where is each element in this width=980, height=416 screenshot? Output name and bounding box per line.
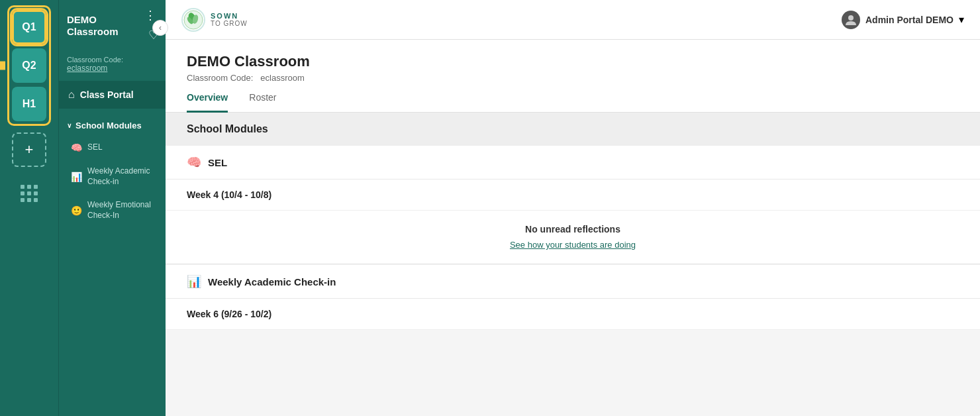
weekly-academic-label: Weekly Academic Check-in: [87, 166, 156, 187]
sel-module-card: 🧠 SEL Week 4 (10/4 - 10/8) No unread ref…: [166, 146, 980, 264]
brain-icon: 🧠: [71, 142, 82, 153]
school-modules-label: School Modules: [75, 121, 142, 130]
logo-text: SOWN TO GROW: [211, 12, 248, 27]
admin-label: Admin Portal DEMO: [865, 15, 954, 25]
section-header: School Modules: [166, 113, 980, 146]
admin-avatar: [842, 11, 860, 29]
q2-button[interactable]: Q2: [12, 48, 46, 83]
weekly-emotional-label: Weekly Emotional Check-In: [87, 200, 156, 221]
sidebar-item-weekly-academic[interactable]: 📊 Weekly Academic Check-in: [59, 160, 166, 193]
sel-week-label: Week 4 (10/4 - 10/8): [187, 189, 271, 200]
school-modules-section: ∨ School Modules 🧠 SEL 📊 Weekly Academic…: [59, 109, 166, 234]
tab-overview[interactable]: Overview: [187, 92, 228, 113]
active-quarter-group: Q1 Q2 H1: [7, 5, 51, 126]
home-icon: ⌂: [68, 89, 75, 101]
chevron-down-icon: ∨: [67, 122, 72, 129]
logo-area: SOWN TO GROW: [181, 8, 248, 32]
classroom-header: DEMO Classroom: [67, 14, 142, 38]
logo-sown: SOWN: [211, 12, 248, 20]
content-body: School Modules 🧠 SEL Week 4 (10/4 - 10/8…: [166, 113, 980, 416]
page-header: DEMO Classroom Classroom Code: eclassroo…: [166, 40, 980, 83]
academic-week-label: Week 6 (9/26 - 10/2): [187, 309, 271, 319]
person-icon: [846, 15, 856, 25]
tab-bar: Overview Roster: [166, 83, 980, 113]
arrow-indicator: [0, 52, 5, 79]
section-title: School Modules: [187, 123, 268, 134]
classroom-name: DEMO Classroom: [67, 14, 142, 38]
dropdown-icon: ▾: [959, 13, 964, 26]
academic-chart-icon: 📊: [187, 274, 201, 289]
sel-brain-icon: 🧠: [187, 155, 201, 170]
svg-marker-0: [0, 55, 5, 76]
academic-checkin-title: Weekly Academic Check-in: [208, 276, 336, 287]
see-how-link[interactable]: See how your students are doing: [510, 240, 636, 250]
add-quarter-button[interactable]: +: [12, 132, 46, 167]
sown-logo-svg: [183, 10, 203, 30]
academic-checkin-module-header: 📊 Weekly Academic Check-in: [166, 265, 980, 299]
main-content: SOWN TO GROW Admin Portal DEMO ▾ DEMO Cl…: [166, 0, 980, 416]
logo-togrow: TO GROW: [211, 20, 248, 27]
academic-week-row: Week 6 (9/26 - 10/2): [166, 299, 980, 330]
sel-module-header: 🧠 SEL: [166, 146, 980, 180]
grid-view-button[interactable]: [12, 176, 46, 211]
sidebar-item-weekly-emotional[interactable]: 🙂 Weekly Emotional Check-In: [59, 193, 166, 227]
no-reflections-text: No unread reflections: [187, 224, 959, 234]
sel-module-title: SEL: [208, 157, 227, 168]
top-header: SOWN TO GROW Admin Portal DEMO ▾: [166, 0, 980, 40]
classroom-code-display: Classroom Code: eclassroom: [187, 73, 959, 83]
classroom-code-display-label: Classroom Code:: [187, 73, 253, 83]
icon-sidebar: Q1 Q2 H1 +: [0, 0, 58, 416]
sel-week-row: Week 4 (10/4 - 10/8): [166, 180, 980, 211]
tab-roster[interactable]: Roster: [249, 92, 276, 113]
sidebar-item-sel[interactable]: 🧠 SEL: [59, 136, 166, 160]
svg-point-5: [848, 15, 854, 21]
content-wrapper: DEMO Classroom Classroom Code: eclassroo…: [166, 40, 980, 416]
collapse-sidebar-button[interactable]: ‹: [152, 20, 168, 36]
page-title: DEMO Classroom: [187, 53, 959, 70]
sel-reflections-row: No unread reflections See how your stude…: [166, 211, 980, 264]
classroom-code-label: Classroom Code:: [67, 56, 158, 64]
classroom-code-value[interactable]: eclassroom: [67, 64, 158, 73]
q1-button[interactable]: Q1: [12, 10, 46, 44]
grid-icon: [21, 185, 38, 202]
nav-sidebar: DEMO Classroom ⋮ ♡ Classroom Code: eclas…: [58, 0, 166, 416]
classroom-code-display-value: eclassroom: [260, 73, 304, 83]
school-modules-header[interactable]: ∨ School Modules: [59, 115, 166, 136]
classroom-code-area: Classroom Code: eclassroom: [59, 48, 166, 81]
admin-menu[interactable]: Admin Portal DEMO ▾: [842, 11, 964, 29]
smiley-icon: 🙂: [71, 205, 82, 216]
chart-icon: 📊: [71, 172, 82, 182]
sel-label: SEL: [87, 142, 103, 153]
class-portal-item[interactable]: ⌂ Class Portal: [59, 81, 166, 109]
h1-button[interactable]: H1: [12, 87, 46, 121]
class-portal-label: Class Portal: [80, 89, 134, 100]
logo-icon: [181, 8, 205, 32]
academic-checkin-module-card: 📊 Weekly Academic Check-in Week 6 (9/26 …: [166, 265, 980, 330]
